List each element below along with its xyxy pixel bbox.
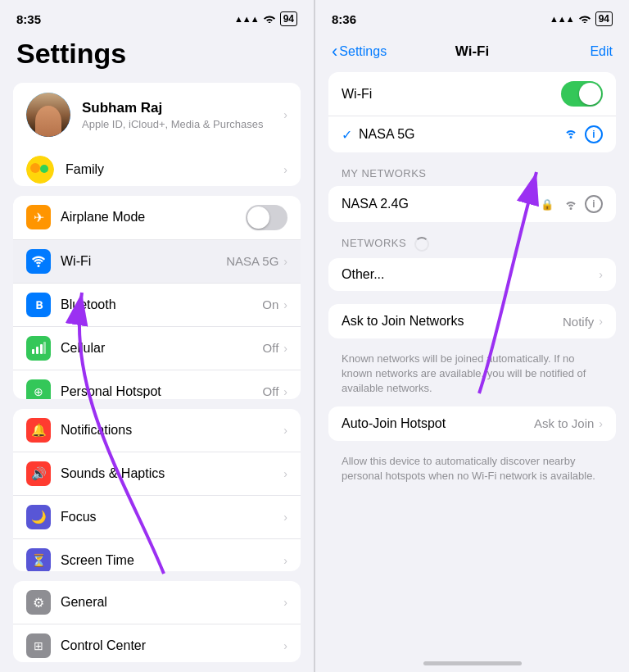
ask-to-join-row[interactable]: Ask to Join Networks Notify › bbox=[328, 304, 616, 338]
sounds-row[interactable]: 🔊 Sounds & Haptics › bbox=[13, 452, 301, 496]
right-signal-icon: ▲▲▲ bbox=[550, 14, 574, 24]
focus-row[interactable]: 🌙 Focus › bbox=[13, 496, 301, 539]
family-avatar bbox=[26, 156, 54, 184]
profile-row[interactable]: Subham Raj Apple ID, iCloud+, Media & Pu… bbox=[13, 83, 301, 147]
cellular-icon bbox=[31, 341, 46, 356]
nasa-2.4g-icons: 🔒 i bbox=[541, 195, 603, 213]
focus-label: Focus bbox=[61, 510, 283, 524]
ask-to-join-value: Notify bbox=[563, 315, 594, 329]
sounds-label: Sounds & Haptics bbox=[61, 466, 283, 481]
bluetooth-chevron: › bbox=[283, 298, 287, 311]
bluetooth-value: On bbox=[262, 297, 278, 311]
bluetooth-icon: ʙ bbox=[35, 297, 43, 312]
control-center-row[interactable]: ⊞ Control Center › bbox=[13, 624, 301, 662]
left-panel: 8:35 ▲▲▲ 94 Settings Subham Raj Apple ID… bbox=[0, 0, 314, 672]
connected-network-label: NASA 5G bbox=[359, 127, 563, 142]
bluetooth-icon-wrap: ʙ bbox=[26, 293, 51, 317]
general-group: ⚙ General › ⊞ Control Center › bbox=[13, 581, 301, 662]
family-chevron: › bbox=[283, 163, 287, 176]
wifi-toggle-label: Wi-Fi bbox=[342, 87, 561, 102]
cellular-row[interactable]: Cellular Off › bbox=[13, 327, 301, 370]
checkmark-icon: ✓ bbox=[342, 127, 352, 143]
home-indicator bbox=[423, 661, 522, 665]
right-time: 8:36 bbox=[332, 12, 356, 26]
hotspot-label: Personal Hotspot bbox=[61, 384, 263, 399]
notifications-icon-wrap: 🔔 bbox=[26, 418, 51, 443]
my-networks-header: MY NETWORKS bbox=[315, 162, 629, 183]
right-status-icons: ▲▲▲ 94 bbox=[550, 11, 613, 26]
auto-join-row[interactable]: Auto-Join Hotspot Ask to Join › bbox=[328, 406, 616, 441]
nasa-2.4g-info-icon[interactable]: i bbox=[585, 195, 603, 213]
back-button[interactable]: Settings bbox=[332, 43, 387, 61]
wifi-row[interactable]: Wi-Fi NASA 5G › bbox=[13, 240, 301, 284]
family-row[interactable]: Family › bbox=[13, 147, 301, 186]
wifi-value: NASA 5G bbox=[226, 254, 278, 268]
other-network-row[interactable]: Other... › bbox=[328, 258, 616, 291]
auto-join-description: Allow this device to automatically disco… bbox=[315, 451, 629, 490]
svg-rect-4 bbox=[36, 347, 38, 354]
bluetooth-row[interactable]: ʙ Bluetooth On › bbox=[13, 284, 301, 327]
wifi-settings-icon bbox=[31, 256, 46, 267]
profile-info: Subham Raj Apple ID, iCloud+, Media & Pu… bbox=[82, 100, 283, 130]
airplane-mode-row[interactable]: ✈ Airplane Mode bbox=[13, 196, 301, 240]
other-network-chevron: › bbox=[599, 268, 603, 281]
right-status-bar: 8:36 ▲▲▲ 94 bbox=[315, 0, 629, 31]
my-networks-group: NASA 2.4G 🔒 i bbox=[328, 186, 616, 222]
control-center-icon: ⊞ bbox=[34, 639, 43, 652]
airplane-toggle[interactable] bbox=[246, 205, 287, 230]
notifications-group: 🔔 Notifications › 🔊 Sounds & Haptics › 🌙… bbox=[13, 409, 301, 571]
general-label: General bbox=[61, 595, 283, 610]
connected-network-row[interactable]: ✓ NASA 5G i bbox=[328, 116, 616, 152]
wifi-toggle-row[interactable]: Wi-Fi bbox=[328, 72, 616, 116]
svg-point-1 bbox=[30, 163, 40, 173]
screen-time-label: Screen Time bbox=[61, 553, 283, 568]
wifi-icon bbox=[263, 13, 276, 25]
edit-button[interactable]: Edit bbox=[590, 44, 613, 59]
hotspot-row[interactable]: ⊕ Personal Hotspot Off › bbox=[13, 370, 301, 400]
focus-icon-wrap: 🌙 bbox=[26, 505, 51, 529]
bluetooth-label: Bluetooth bbox=[61, 297, 262, 312]
notifications-row[interactable]: 🔔 Notifications › bbox=[13, 409, 301, 452]
nasa-2.4g-row[interactable]: NASA 2.4G 🔒 i bbox=[328, 186, 616, 222]
svg-rect-3 bbox=[32, 349, 34, 354]
profile-group: Subham Raj Apple ID, iCloud+, Media & Pu… bbox=[13, 83, 301, 186]
screen-time-icon: ⏳ bbox=[31, 553, 47, 568]
ask-to-join-label: Ask to Join Networks bbox=[342, 314, 563, 329]
general-row[interactable]: ⚙ General › bbox=[13, 581, 301, 624]
ask-to-join-description: Known networks will be joined automatica… bbox=[315, 348, 629, 403]
auto-join-section: Auto-Join Hotspot Ask to Join › bbox=[328, 406, 616, 441]
nasa-2.4g-wifi-icon bbox=[563, 198, 578, 210]
right-nav-bar: Settings Wi-Fi Edit bbox=[315, 31, 629, 66]
ask-to-join-chevron: › bbox=[599, 315, 603, 328]
nav-title: Wi-Fi bbox=[455, 43, 489, 60]
left-status-icons: ▲▲▲ 94 bbox=[234, 11, 297, 26]
hotspot-value: Off bbox=[263, 384, 279, 398]
networks-header: NETWORKS bbox=[315, 232, 629, 255]
notifications-chevron: › bbox=[283, 424, 287, 437]
general-icon: ⚙ bbox=[33, 595, 44, 611]
cellular-label: Cellular bbox=[61, 341, 263, 356]
profile-chevron: › bbox=[283, 108, 287, 121]
signal-icon: ▲▲▲ bbox=[234, 14, 259, 24]
connected-info-icon[interactable]: i bbox=[585, 125, 603, 143]
control-center-icon-wrap: ⊞ bbox=[26, 633, 51, 658]
screen-time-chevron: › bbox=[283, 554, 287, 567]
notifications-icon: 🔔 bbox=[31, 423, 47, 438]
screen-time-row[interactable]: ⏳ Screen Time › bbox=[13, 539, 301, 571]
focus-icon: 🌙 bbox=[31, 510, 47, 524]
nasa-2.4g-label: NASA 2.4G bbox=[342, 197, 541, 211]
networks-spinner bbox=[414, 237, 429, 252]
airplane-icon: ✈ bbox=[34, 210, 44, 225]
cellular-chevron: › bbox=[283, 342, 287, 355]
wifi-toggle[interactable] bbox=[561, 81, 603, 107]
sounds-chevron: › bbox=[283, 467, 287, 480]
networks-group: Other... › bbox=[328, 258, 616, 291]
hotspot-icon-wrap: ⊕ bbox=[26, 379, 51, 400]
auto-join-chevron: › bbox=[599, 417, 603, 430]
left-time: 8:35 bbox=[16, 12, 41, 26]
wifi-label: Wi-Fi bbox=[61, 254, 226, 269]
battery-icon: 94 bbox=[280, 11, 297, 26]
wifi-icon-wrap bbox=[26, 249, 51, 274]
hotspot-chevron: › bbox=[283, 385, 287, 398]
hotspot-icon: ⊕ bbox=[34, 385, 43, 398]
